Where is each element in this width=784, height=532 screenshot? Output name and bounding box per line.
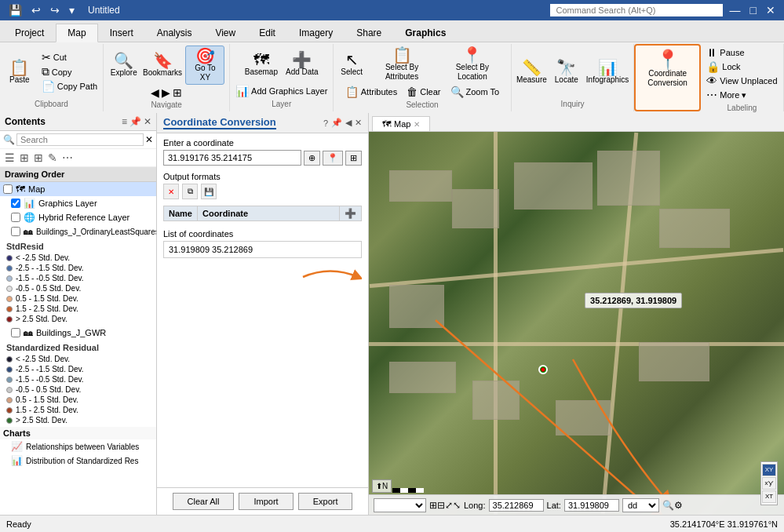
nav-forward-btn[interactable]: ▶ [162, 86, 170, 99]
scale-selector[interactable]: 1:2,475 [374, 498, 426, 512]
undo-qat-btn[interactable]: ↩ [29, 4, 43, 16]
layer-buildings-gwr-checkbox[interactable] [11, 328, 20, 337]
locate-btn[interactable]: 🔭 Locate [552, 58, 582, 86]
satellite-map[interactable]: 35.212869, 31.919809 [369, 132, 784, 515]
layer-hybrid[interactable]: 🌐 Hybrid Reference Layer [0, 210, 156, 224]
coord-auto-hide-btn[interactable]: ◀ [345, 118, 352, 128]
coord-expand-btn[interactable]: ⊞ [345, 151, 362, 166]
expand-all-btn[interactable]: ⊞ [32, 151, 45, 165]
legend2: Standardized Residual < -2.5 Std. Dev. -… [0, 340, 156, 427]
minimize-btn[interactable]: — [727, 4, 743, 16]
search-clear-btn[interactable]: ✕ [145, 134, 153, 145]
coord-input-field[interactable] [163, 150, 301, 166]
coord-zoom-btn[interactable]: ⊕ [304, 151, 320, 166]
clear-all-btn[interactable]: Clear All [173, 493, 235, 510]
bookmarks-btn[interactable]: 🔖 Bookmarks [141, 51, 184, 79]
chart-item-1[interactable]: 📊 Distribution of Standardized Res [0, 454, 156, 468]
more-btn[interactable]: ⋯ More ▾ [703, 88, 780, 102]
layer-graphics-checkbox[interactable] [11, 199, 20, 208]
map-canvas[interactable]: 35.212869, 31.919809 [369, 132, 784, 515]
graphics-layer-icon: 📊 [24, 198, 35, 209]
coord-capture-btn[interactable]: 📍 [323, 151, 343, 166]
coord-help-btn[interactable]: ? [323, 118, 328, 128]
maximize-btn[interactable]: □ [748, 4, 759, 16]
basemap-btn[interactable]: 🗺 Basemap [242, 50, 281, 78]
zoom-to-btn[interactable]: 🔍 Zoom To [447, 85, 503, 99]
coord-format-select[interactable]: dd dms [622, 498, 659, 512]
xy-btn-xy[interactable]: XY [762, 464, 776, 476]
go-to-xy-btn[interactable]: 🎯 Go To XY [185, 46, 224, 85]
nav-extent-btn[interactable]: ⊞ [173, 86, 182, 99]
layer-buildings-ols[interactable]: 🏘 Buildings_J_OrdinaryLeastSquares1 [0, 224, 156, 239]
add-graphics-layer-btn[interactable]: 📊 Add Graphics Layer [232, 84, 330, 98]
format-save-btn[interactable]: 💾 [201, 184, 217, 199]
tab-edit[interactable]: Edit [247, 24, 287, 42]
measure-btn[interactable]: 📏 Measure [513, 58, 550, 86]
lat-input[interactable] [564, 499, 619, 512]
explore-btn[interactable]: 🔍 Explore [108, 51, 140, 79]
contents-search-input[interactable] [16, 133, 144, 146]
infographics-icon: 📊 [598, 60, 618, 75]
building-9 [639, 342, 709, 381]
more-options-btn[interactable]: ⋯ [60, 151, 75, 165]
lock-btn[interactable]: 🔒 Lock [703, 60, 780, 74]
add-data-btn[interactable]: ➕ Add Data [283, 50, 322, 78]
tab-map[interactable]: Map [56, 24, 97, 42]
map-tab-close-btn[interactable]: ✕ [414, 120, 420, 129]
copy-path-btn[interactable]: 📄 Copy Path [38, 79, 100, 93]
clear-btn[interactable]: 🗑 Clear [403, 85, 443, 99]
format-delete-btn[interactable]: ✕ [163, 184, 179, 199]
tab-insert[interactable]: Insert [98, 24, 145, 42]
add-data-icon: ➕ [292, 52, 312, 67]
map-tab-main[interactable]: 🗺 Map ✕ [372, 116, 430, 131]
infographics-btn[interactable]: 📊 Infographics [583, 58, 632, 86]
command-search-input[interactable] [550, 4, 723, 16]
contents-options-btn[interactable]: ≡ [122, 116, 127, 127]
more-icon: ⋯ [706, 89, 717, 101]
coord-close-btn[interactable]: ✕ [355, 118, 362, 128]
pause-btn[interactable]: ⏸ Pause [703, 46, 780, 60]
layer-graphics[interactable]: 📊 Graphics Layer [0, 196, 156, 210]
select-by-location-btn[interactable]: 📍 Select By Location [439, 46, 506, 83]
filter-btn[interactable]: ⊞ [18, 151, 31, 165]
save-qat-btn[interactable]: 💾 [6, 4, 24, 16]
nav-back-btn[interactable]: ◀ [151, 86, 159, 99]
contents-pin-btn[interactable]: 📌 [129, 116, 141, 127]
layer-map-checkbox[interactable] [3, 184, 13, 194]
close-btn[interactable]: ✕ [764, 4, 778, 16]
attributes-btn[interactable]: 📋 Attributes [342, 85, 400, 99]
tab-view[interactable]: View [203, 24, 247, 42]
copy-btn[interactable]: ⧉ Copy [38, 64, 100, 79]
pencil-btn[interactable]: ✎ [46, 151, 59, 165]
coord-conversion-btn[interactable]: 📍 Coordinate Conversion [642, 49, 692, 89]
coord-list-item-0[interactable]: 31.919809 35.212869 [163, 241, 362, 258]
view-unplaced-btn[interactable]: 👁 View Unplaced [703, 74, 780, 88]
tab-analysis[interactable]: Analysis [145, 24, 204, 42]
contents-close-btn[interactable]: ✕ [144, 116, 151, 127]
xy-btn-xy2[interactable]: x'y' [762, 477, 776, 490]
layer-map[interactable]: 🗺 Map [0, 182, 156, 196]
list-view-btn[interactable]: ☰ [3, 151, 16, 165]
chart-item-0[interactable]: 📈 Relationships between Variables [0, 439, 156, 454]
select-btn[interactable]: ↖ Select [338, 50, 365, 78]
labeling-label: Labeling [727, 102, 757, 114]
xy-btn-xt[interactable]: XT [762, 490, 776, 503]
format-copy-btn[interactable]: ⧉ [182, 184, 198, 199]
coord-pin-btn[interactable]: 📌 [331, 118, 342, 128]
tab-imagery[interactable]: Imagery [287, 24, 345, 42]
tab-project[interactable]: Project [3, 24, 56, 42]
export-btn[interactable]: Export [298, 493, 353, 510]
redo-qat-btn[interactable]: ↪ [48, 4, 62, 16]
import-btn[interactable]: Import [239, 493, 293, 510]
select-by-attributes-btn[interactable]: 📋 Select By Attributes [366, 46, 437, 83]
tab-graphics[interactable]: Graphics [393, 24, 458, 42]
tab-share[interactable]: Share [345, 24, 393, 42]
layer-buildings-ols-checkbox[interactable] [11, 227, 20, 236]
coord-table-add-btn[interactable]: ➕ [340, 206, 361, 220]
paste-btn[interactable]: 📋 Paste [2, 58, 37, 86]
layer-buildings-gwr[interactable]: 🏘 Buildings_J_GWR [0, 326, 156, 340]
more-qat-btn[interactable]: ▾ [67, 4, 77, 16]
cut-btn[interactable]: ✂ Cut [38, 50, 100, 64]
layer-hybrid-checkbox[interactable] [11, 213, 20, 222]
long-input[interactable] [489, 499, 544, 512]
